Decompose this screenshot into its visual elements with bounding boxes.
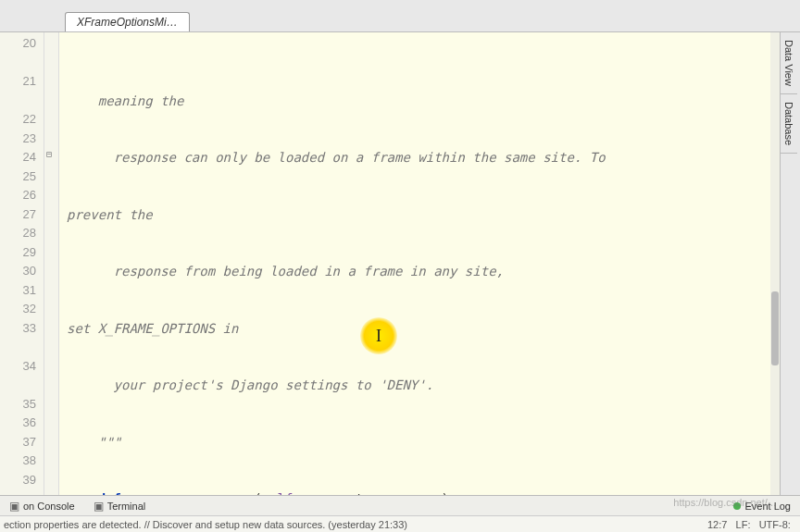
line-number: 34 — [0, 357, 36, 377]
line-number: 22 — [0, 110, 36, 130]
code-line: your project's Django settings to 'DENY'… — [67, 376, 800, 395]
file-tab[interactable]: XFrameOptionsMi… — [65, 12, 190, 31]
code-line: """ — [67, 433, 800, 452]
scrollbar-thumb[interactable] — [771, 291, 779, 365]
cursor-position[interactable]: 12:7 — [707, 519, 727, 530]
line-number — [0, 54, 36, 73]
terminal-icon: ▣ — [94, 500, 104, 513]
line-number: 38 — [0, 452, 36, 471]
line-number: 36 — [0, 414, 36, 433]
line-number: 30 — [0, 262, 36, 281]
line-gutter: 20 21 22 23 24 25 26 27 28 29 30 31 32 3… — [0, 32, 44, 500]
console-tool[interactable]: ▣ on Console — [0, 500, 84, 513]
console-icon: ▣ — [9, 500, 19, 513]
data-view-tab[interactable]: Data View — [781, 32, 797, 94]
code-line: prevent the — [67, 205, 800, 225]
line-number: 23 — [0, 130, 36, 149]
line-number — [0, 92, 36, 111]
database-tab[interactable]: Database — [781, 94, 797, 154]
fold-column: ⊟ — [44, 32, 59, 500]
fold-marker-icon[interactable]: ⊟ — [46, 149, 56, 158]
line-number: 29 — [0, 243, 36, 263]
line-number: 31 — [0, 281, 36, 301]
line-separator[interactable]: LF: — [736, 519, 751, 530]
code-line: meaning the — [67, 92, 800, 111]
tab-bar: XFrameOptionsMi… — [0, 0, 800, 32]
right-tool-tabs: Data View Database — [780, 32, 800, 500]
line-number: 26 — [0, 186, 36, 205]
info-right: 12:7 LF: UTF-8: — [707, 519, 796, 530]
line-number: 20 — [0, 34, 36, 54]
line-number: 39 — [0, 471, 36, 490]
line-number: 32 — [0, 300, 36, 319]
line-number: 25 — [0, 167, 36, 187]
code-line: set X_FRAME_OPTIONS in — [67, 319, 800, 339]
code-line: response from being loaded in a frame in… — [67, 262, 800, 281]
editor: 20 21 22 23 24 25 26 27 28 29 30 31 32 3… — [0, 32, 800, 500]
scrollbar-track[interactable] — [770, 32, 780, 500]
line-number: 27 — [0, 205, 36, 225]
line-number: 21 — [0, 72, 36, 92]
terminal-label: Terminal — [107, 501, 146, 512]
code-line: response can only be loaded on a frame w… — [67, 148, 800, 167]
line-number — [0, 376, 36, 395]
line-number — [0, 338, 36, 357]
line-number: 33 — [0, 319, 36, 339]
line-number: 37 — [0, 433, 36, 452]
line-number: 24 — [0, 148, 36, 167]
file-encoding[interactable]: UTF-8: — [759, 519, 791, 530]
line-number: 28 — [0, 224, 36, 243]
info-message: ection properties are detected. // Disco… — [4, 519, 407, 530]
text-cursor — [360, 317, 397, 354]
terminal-tool[interactable]: ▣ Terminal — [84, 500, 156, 513]
line-number: 35 — [0, 395, 36, 414]
watermark: https://blog.csdn.net/... — [673, 497, 776, 508]
code-area[interactable]: meaning the response can only be loaded … — [59, 32, 800, 500]
console-label: on Console — [23, 501, 75, 512]
info-bar: ection properties are detected. // Disco… — [0, 515, 800, 532]
